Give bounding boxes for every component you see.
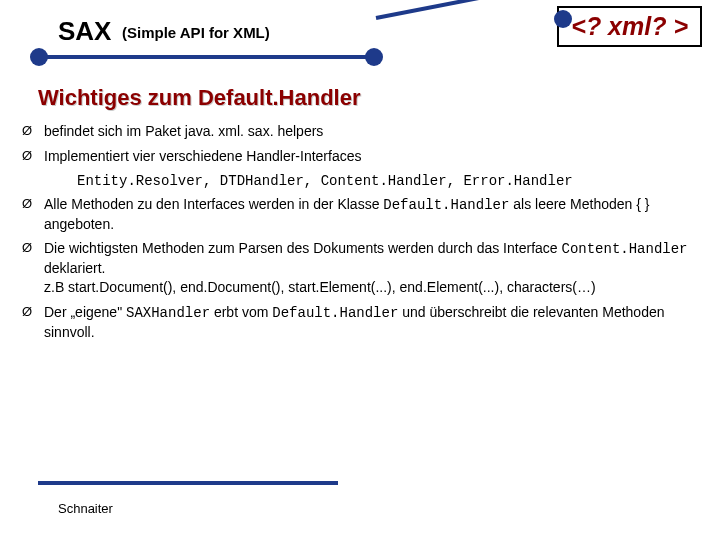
bullet-icon: Ø — [22, 147, 44, 166]
list-item: Ø Implementiert vier verschiedene Handle… — [22, 147, 702, 166]
text-span: deklariert. — [44, 260, 105, 276]
list-item: Ø Die wichtigsten Methoden zum Parsen de… — [22, 239, 702, 297]
bullet-text: Alle Methoden zu den Interfaces werden i… — [44, 195, 702, 234]
slide-header: SAX (Simple API for XML) <? xml? > — [0, 0, 720, 75]
bullet-text: Die wichtigsten Methoden zum Parsen des … — [44, 239, 702, 297]
xml-badge: <? xml? > — [557, 6, 702, 47]
code-span: SAXHandler — [126, 305, 210, 321]
footer-author: Schnaiter — [58, 501, 113, 516]
title-main: SAX — [58, 16, 111, 47]
title-sub: (Simple API for XML) — [122, 24, 270, 41]
bullet-subtext: Entity.Resolver, DTDHandler, Content.Han… — [77, 172, 702, 191]
decor-line — [38, 55, 373, 59]
bullet-icon: Ø — [22, 303, 44, 342]
slide-subtitle: Wichtiges zum Default.Handler — [38, 85, 361, 111]
text-span: Die wichtigsten Methoden zum Parsen des … — [44, 240, 562, 256]
code-span: Content.Handler — [562, 241, 688, 257]
decor-dot-icon — [554, 10, 572, 28]
list-item: Ø Alle Methoden zu den Interfaces werden… — [22, 195, 702, 234]
decor-dot-icon — [365, 48, 383, 66]
bullet-icon: Ø — [22, 239, 44, 297]
text-span: Der „eigene" — [44, 304, 126, 320]
text-span: Alle Methoden zu den Interfaces werden i… — [44, 196, 383, 212]
code-span: Default.Handler — [272, 305, 398, 321]
decor-line — [38, 481, 338, 485]
slide-body: Ø befindet sich im Paket java. xml. sax.… — [22, 122, 702, 348]
bullet-icon: Ø — [22, 122, 44, 141]
decor-line — [376, 0, 568, 20]
text-span: z.B start.Document(), end.Document(), st… — [44, 279, 596, 295]
bullet-text: Der „eigene" SAXHandler erbt vom Default… — [44, 303, 702, 342]
bullet-icon: Ø — [22, 195, 44, 234]
bullet-text: Implementiert vier verschiedene Handler-… — [44, 147, 702, 166]
code-span: Default.Handler — [383, 197, 509, 213]
list-item: Ø Der „eigene" SAXHandler erbt vom Defau… — [22, 303, 702, 342]
text-span: erbt vom — [210, 304, 272, 320]
list-item: Ø befindet sich im Paket java. xml. sax.… — [22, 122, 702, 141]
bullet-text: befindet sich im Paket java. xml. sax. h… — [44, 122, 702, 141]
